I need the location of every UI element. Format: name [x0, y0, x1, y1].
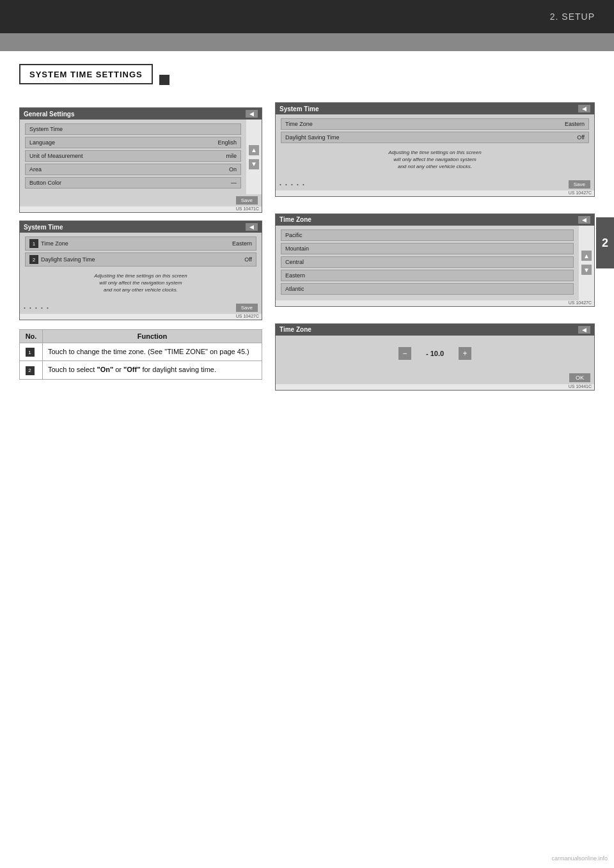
system-time-2-version: US 10427C — [276, 190, 594, 196]
time-zone-adjust-screen: Time Zone ◀ − - 10.0 + OK US 10441C — [275, 323, 595, 391]
time-zone-list-title: Time Zone — [279, 216, 311, 223]
dots-indicator-3: • • • • • — [279, 182, 306, 187]
badge-1: 1 — [29, 239, 38, 248]
time-zone-list-body: Pacific Mountain Central Eastern Atlanti… — [276, 226, 579, 300]
tz-pacific[interactable]: Pacific — [281, 229, 574, 241]
system-time-1-header: System Time ◀ — [20, 221, 262, 233]
general-save-btn[interactable]: Save — [236, 196, 258, 205]
system-time-2-title: System Time — [279, 105, 319, 112]
tz-adjust-ok-btn[interactable]: OK — [569, 373, 590, 382]
system-time-1-body: 1Time Zone Eastern 2Daylight Saving Time… — [20, 233, 262, 302]
table-badge-1: 1 — [26, 348, 35, 357]
section-title: SYSTEM TIME SETTINGS — [29, 70, 143, 79]
tz-atlantic[interactable]: Atlantic — [281, 283, 574, 295]
tz-scroll-up[interactable]: ▲ — [581, 251, 592, 261]
right-screen-group: System Time ◀ Time Zone Eastern Daylight… — [275, 64, 595, 398]
time-zone-row[interactable]: 1Time Zone Eastern — [25, 236, 256, 251]
general-settings-screen: General Settings ◀ System Time Language … — [19, 107, 262, 213]
general-row-unit[interactable]: Unit of Measurement mile — [25, 150, 241, 162]
system-time-2-footer: • • • • • Save — [276, 178, 594, 190]
time-zone-list-screen: Time Zone ◀ Pacific Mountain Central Eas… — [275, 213, 595, 307]
general-row-language[interactable]: Language English — [25, 137, 241, 148]
daylight-saving-row[interactable]: 2Daylight Saving Time Off — [25, 252, 256, 267]
general-settings-footer: Save — [20, 194, 262, 206]
time-zone-list-header: Time Zone ◀ — [276, 214, 594, 226]
system-time-screen-1: System Time ◀ 1Time Zone Eastern 2Daylig… — [19, 221, 262, 320]
system-time-2-back-btn[interactable]: ◀ — [578, 105, 590, 112]
table-cell-num-2: 2 — [20, 361, 43, 380]
general-version: US 10471C — [20, 206, 262, 212]
system-time-2-header: System Time ◀ — [276, 103, 594, 114]
system-time-2-body: Time Zone Eastern Daylight Saving Time O… — [276, 114, 594, 178]
tz-minus-btn[interactable]: − — [398, 347, 411, 360]
right-column: System Time ◀ Time Zone Eastern Daylight… — [275, 64, 595, 398]
tz-scroll-down[interactable]: ▼ — [581, 265, 592, 275]
table-row: 1 Touch to change the time zone. (See "T… — [20, 343, 262, 361]
system-time-1-version: US 10427C — [20, 314, 262, 320]
tz-adjust-back-btn[interactable]: ◀ — [578, 326, 590, 334]
table-header-no: No. — [20, 329, 43, 343]
tz-plus-btn[interactable]: + — [459, 347, 471, 360]
dots-indicator-2: • • • • • — [24, 305, 50, 311]
function-table: No. Function 1 Touch to change the time … — [19, 329, 262, 380]
table-cell-num-1: 1 — [20, 343, 43, 361]
main-content: SYSTEM TIME SETTINGS General Settings ◀ … — [0, 51, 614, 411]
section-label: 2. SETUP — [550, 12, 595, 22]
top-header: 2. SETUP — [0, 0, 614, 33]
table-cell-func-1: Touch to change the time zone. (See "TIM… — [43, 343, 262, 361]
system-time-1-save-btn[interactable]: Save — [236, 304, 258, 312]
table-badge-2: 2 — [26, 366, 35, 375]
tz-adjust-value: - 10.0 — [419, 350, 451, 357]
system-time-1-back-btn[interactable]: ◀ — [246, 223, 258, 231]
general-row-system-time[interactable]: System Time — [25, 123, 241, 135]
general-settings-body: System Time Language English Unit of Mea… — [20, 120, 246, 194]
scroll-down-btn[interactable]: ▼ — [249, 159, 259, 169]
badge-2: 2 — [29, 255, 38, 264]
tz-list-version: US 10427C — [276, 300, 594, 306]
time-zone-row-2[interactable]: Time Zone Eastern — [281, 118, 589, 130]
tz-eastern[interactable]: Eastern — [281, 270, 574, 281]
tz-adjust-version: US 10441C — [276, 384, 594, 390]
gray-banner — [0, 33, 614, 51]
tz-list-scroll: ▲ ▼ — [579, 226, 594, 300]
page-tab: 2 — [596, 217, 614, 268]
tz-adjust-title: Time Zone — [279, 326, 311, 333]
general-scroll-side: ▲ ▼ — [246, 120, 262, 194]
scroll-up-btn[interactable]: ▲ — [249, 145, 259, 155]
tz-central[interactable]: Central — [281, 256, 574, 268]
general-row-button-color[interactable]: Button Color — — [25, 177, 241, 189]
tz-adjust-row: − - 10.0 + — [281, 339, 589, 368]
system-time-2-note: Adjusting the time settings on this scre… — [281, 145, 589, 174]
tz-adjust-header: Time Zone ◀ — [276, 324, 594, 336]
table-cell-func-2: Touch to select "On" or "Off" for daylig… — [43, 361, 262, 380]
watermark: carmanualsonline.info — [551, 855, 608, 862]
tz-adjust-body: − - 10.0 + — [276, 336, 594, 371]
system-time-note: Adjusting the time settings on this scre… — [25, 268, 256, 298]
general-row-area[interactable]: Area On — [25, 164, 241, 175]
section-indicator — [159, 75, 169, 85]
general-settings-back-btn[interactable]: ◀ — [246, 110, 258, 118]
daylight-saving-row-2[interactable]: Daylight Saving Time Off — [281, 132, 589, 143]
general-settings-title: General Settings — [24, 111, 74, 118]
table-header-function: Function — [43, 329, 262, 343]
section-title-box: SYSTEM TIME SETTINGS — [19, 64, 153, 84]
system-time-1-title: System Time — [24, 224, 63, 231]
table-row: 2 Touch to select "On" or "Off" for dayl… — [20, 361, 262, 380]
system-time-screen-2: System Time ◀ Time Zone Eastern Daylight… — [275, 102, 595, 197]
system-time-2-save-btn[interactable]: Save — [569, 180, 590, 189]
tz-mountain[interactable]: Mountain — [281, 243, 574, 254]
left-column: SYSTEM TIME SETTINGS General Settings ◀ … — [19, 64, 262, 398]
time-zone-list-back-btn[interactable]: ◀ — [578, 216, 590, 224]
tz-adjust-footer: OK — [276, 371, 594, 384]
system-time-1-footer: • • • • • Save — [20, 302, 262, 314]
general-settings-header: General Settings ◀ — [20, 108, 262, 120]
